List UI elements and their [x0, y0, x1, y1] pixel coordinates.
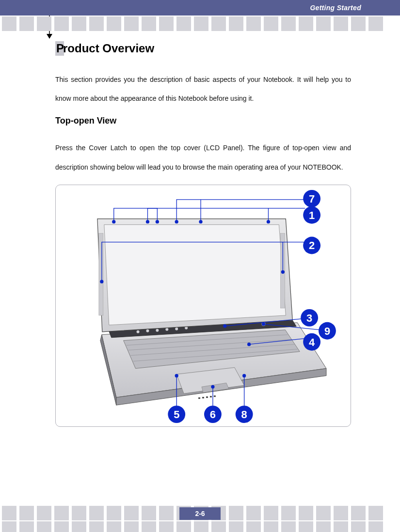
header-bar: Getting Started	[0, 0, 400, 16]
intro-paragraph: This section provides you the descriptio…	[55, 70, 351, 108]
page-title: Product Overview	[55, 41, 351, 56]
decor-squares-top2	[0, 16, 400, 31]
callout-9: 9	[324, 325, 330, 337]
callout-8: 8	[241, 408, 247, 421]
svg-point-42	[281, 270, 284, 273]
callout-4: 4	[309, 336, 315, 348]
title-rest: roduct Overview	[63, 42, 154, 55]
callout-7: 7	[309, 193, 315, 205]
svg-point-21	[165, 328, 168, 331]
svg-point-47	[211, 385, 214, 388]
svg-point-20	[156, 329, 159, 332]
callout-6: 6	[210, 408, 216, 421]
figure-top-open-view: 7 1 2 3 9 4 5 6	[55, 185, 351, 427]
svg-point-48	[243, 374, 246, 377]
callout-1: 1	[309, 209, 315, 221]
svg-marker-26	[104, 224, 286, 325]
page-content: Product Overview This section provides y…	[55, 41, 351, 427]
callout-2: 2	[309, 239, 315, 251]
svg-point-40	[267, 220, 270, 223]
svg-rect-16	[214, 395, 216, 397]
callout-5: 5	[174, 408, 179, 421]
page-number: 2-6	[179, 507, 221, 520]
svg-point-39	[156, 220, 159, 223]
svg-rect-12	[198, 397, 200, 399]
svg-point-18	[137, 330, 140, 333]
svg-point-19	[146, 329, 149, 332]
svg-point-22	[175, 328, 178, 330]
header-label: Getting Started	[310, 0, 361, 16]
svg-point-44	[262, 323, 265, 326]
svg-rect-13	[202, 397, 204, 398]
svg-marker-1	[47, 34, 52, 39]
svg-point-38	[146, 220, 149, 223]
svg-point-35	[175, 220, 178, 223]
svg-rect-15	[210, 396, 212, 397]
svg-point-43	[224, 325, 226, 328]
svg-rect-33	[99, 233, 103, 315]
decor-squares-bottom2	[0, 521, 400, 532]
svg-rect-14	[206, 396, 208, 398]
svg-point-46	[175, 374, 178, 377]
section-subtitle: Top-open View	[55, 116, 351, 126]
svg-point-41	[100, 280, 103, 283]
svg-point-45	[248, 343, 251, 345]
svg-point-36	[199, 220, 202, 223]
svg-point-37	[112, 220, 115, 223]
sub-paragraph: Press the Cover Latch to open the top co…	[55, 139, 351, 176]
callout-3: 3	[306, 312, 312, 324]
